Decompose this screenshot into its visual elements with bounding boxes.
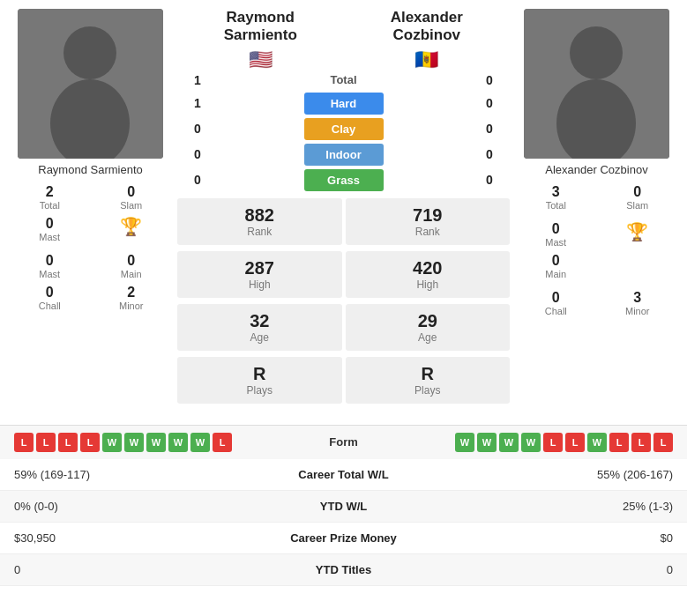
clay-button[interactable]: Clay xyxy=(304,118,384,140)
stats-table-row: 0% (0-0)YTD W/L25% (1-3) xyxy=(0,490,687,522)
player2-form-badge-L: L xyxy=(565,433,585,452)
stats-left-value: $30,950 xyxy=(0,522,227,553)
player1-form-badge-W: W xyxy=(102,433,122,452)
clay-left-score: 0 xyxy=(184,122,211,136)
player2-age-label: Age xyxy=(418,331,437,344)
grass-button[interactable]: Grass xyxy=(304,169,384,191)
player2-trophy-icon: 🏆 xyxy=(626,221,648,242)
player2-main-label: Main xyxy=(545,269,566,279)
player2-stats-grid2: 0 Mast 🏆 0 Main xyxy=(515,219,678,282)
player1-chall-label: Chall xyxy=(39,301,61,311)
player2-chall-label: Chall xyxy=(545,306,567,316)
player1-main-label: Main xyxy=(121,269,142,279)
player1-rank-box: 882 Rank xyxy=(177,198,342,245)
player2-minor-value: 3 xyxy=(633,290,641,306)
player2-form-badge-W: W xyxy=(521,433,541,452)
player2-stats-grid: 3 Total 0 Slam xyxy=(515,182,678,213)
player2-high-value: 420 xyxy=(413,258,442,278)
player1-form-badge-W: W xyxy=(124,433,144,452)
player2-total-cell: 3 Total xyxy=(515,182,597,213)
player1-rank-label: Rank xyxy=(247,226,272,238)
stats-side-by-side: 882 Rank 287 High 32 Age R Plays xyxy=(177,198,510,407)
player2-plays-label: Plays xyxy=(414,384,440,397)
player1-form-badge-L: L xyxy=(213,433,232,452)
player2-age-value: 29 xyxy=(418,311,437,331)
player1-form-badge-L: L xyxy=(36,433,56,452)
player1-plays-value: R xyxy=(253,364,265,384)
hard-button[interactable]: Hard xyxy=(304,93,384,115)
player2-form-badge-W: W xyxy=(477,433,497,452)
grass-right-score: 0 xyxy=(476,173,503,187)
player2-plays-box: R Plays xyxy=(346,357,511,404)
stats-right-value: 55% (206-167) xyxy=(460,459,687,491)
player2-high-box: 420 High xyxy=(346,251,511,298)
player2-main-cell: 0 Main xyxy=(515,250,597,282)
player1-rank-value: 882 xyxy=(245,205,274,226)
total-right-score: 0 xyxy=(476,73,503,87)
player2-form-badges: WWWWLLWLLL xyxy=(455,433,673,452)
player1-plays-label: Plays xyxy=(247,384,273,397)
player2-center-stats: 719 Rank 420 High 29 Age R Plays xyxy=(346,198,511,407)
player1-chall-cell: 0 Chall xyxy=(9,282,91,314)
player2-form-badge-L: L xyxy=(543,433,563,452)
stats-table-row: 59% (169-117)Career Total W/L55% (206-16… xyxy=(0,459,687,491)
player2-age-box: 29 Age xyxy=(346,304,511,351)
player2-mast-value: 0 xyxy=(552,221,560,237)
stats-left-value: 0 xyxy=(0,553,227,585)
stats-left-value: 0% (0-0) xyxy=(0,490,227,522)
player1-age-box: 32 Age xyxy=(177,304,342,351)
player1-form-badges: LLLLWWWWWL xyxy=(14,433,232,452)
stats-table: 59% (169-117)Career Total W/L55% (206-16… xyxy=(0,459,687,586)
player1-total-cell: 2 Total xyxy=(9,182,91,213)
player1-mast-cell: 0 Mast xyxy=(9,213,91,245)
svg-point-4 xyxy=(570,26,623,79)
total-row: 1 Total 0 xyxy=(177,73,510,87)
player2-stats-grid3: 0 Chall 3 Minor xyxy=(515,287,678,319)
clay-right-score: 0 xyxy=(476,122,503,136)
player1-slam-label: Slam xyxy=(120,200,142,211)
player2-rank-box: 719 Rank xyxy=(346,198,511,245)
player1-minor-value: 2 xyxy=(127,285,135,301)
indoor-row: 0 Indoor 0 xyxy=(177,144,510,166)
hard-left-score: 1 xyxy=(184,96,211,110)
player1-main-cell2: 0 Main xyxy=(91,250,173,282)
bottom-stats: LLLLWWWWWL Form WWWWLLWLLL 59% (169-117)… xyxy=(0,425,687,586)
clay-row: 0 Clay 0 xyxy=(177,118,510,140)
player2-trophy-cell: 🏆 xyxy=(597,219,679,250)
player2-mast-cell: 0 Mast xyxy=(515,219,597,250)
player1-name: Raymond Sarmiento xyxy=(38,163,143,176)
stats-right-value: 0 xyxy=(460,553,687,585)
player1-avatar xyxy=(18,9,163,159)
player1-main-value: 0 xyxy=(127,253,135,269)
stats-right-value: $0 xyxy=(460,522,687,553)
player1-age-label: Age xyxy=(250,331,269,344)
player1-header-name: RaymondSarmiento xyxy=(177,9,344,45)
player1-high-value: 287 xyxy=(245,258,274,278)
player2-form-badge-W: W xyxy=(499,433,519,452)
stats-center-label: YTD Titles xyxy=(227,553,460,585)
player1-mast-label: Mast xyxy=(39,232,60,242)
player2-total-value: 3 xyxy=(552,184,560,200)
player1-slam-value: 0 xyxy=(127,184,135,200)
player1-minor-label: Minor xyxy=(119,301,144,311)
player2-header-name: AlexanderCozbinov xyxy=(344,9,511,45)
player2-name: Alexander Cozbinov xyxy=(545,163,647,176)
player1-plays-box: R Plays xyxy=(177,357,342,404)
hard-right-score: 0 xyxy=(476,96,503,110)
indoor-left-score: 0 xyxy=(184,147,211,161)
player1-header-name-area: RaymondSarmiento 🇺🇸 xyxy=(177,9,344,71)
player1-total-value: 2 xyxy=(46,184,54,200)
player1-high-label: High xyxy=(249,278,271,291)
stats-table-row: $30,950Career Prize Money$0 xyxy=(0,522,687,553)
player1-total-label: Total xyxy=(40,200,60,211)
player2-minor-label: Minor xyxy=(625,306,650,316)
player2-total-label: Total xyxy=(546,200,566,211)
indoor-button[interactable]: Indoor xyxy=(304,144,384,166)
player1-form-badge-W: W xyxy=(146,433,166,452)
player2-panel: Alexander Cozbinov 3 Total 0 Slam 0 Mast… xyxy=(515,9,678,407)
player1-mast-value: 0 xyxy=(46,216,54,232)
player2-flag: 🇲🇩 xyxy=(344,48,511,71)
player2-plays-value: R xyxy=(422,364,434,384)
stats-center-label: Career Total W/L xyxy=(227,459,460,491)
player1-form-badge-L: L xyxy=(58,433,78,452)
